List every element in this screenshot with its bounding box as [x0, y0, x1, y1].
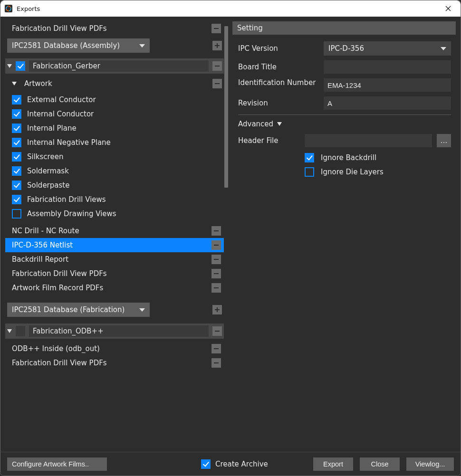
collapse-button[interactable]	[211, 24, 221, 33]
section-fab-drill-view-pdfs-top[interactable]: Fabrication Drill View PDFs	[5, 21, 224, 36]
configure-artwork-films-button[interactable]: Configure Artwork Films..	[7, 457, 107, 471]
artwork-item-label: Soldermask	[27, 167, 69, 175]
chevron-down-icon	[441, 47, 446, 50]
add-button[interactable]	[212, 305, 222, 314]
board-title-label: Board Title	[238, 63, 319, 71]
artwork-item-checkbox[interactable]	[12, 166, 21, 176]
sub-section-row[interactable]: Fabrication Drill View PDFs	[5, 356, 224, 370]
sub-section-label: IPC-D-356 Netlist	[12, 241, 207, 249]
ignore-backdrill-checkbox[interactable]	[305, 153, 314, 162]
artwork-item-label: Solderpaste	[27, 181, 69, 190]
collapse-button[interactable]	[212, 79, 222, 88]
odb-sub-sections: ODB++ Inside (odb_out)Fabrication Drill …	[5, 342, 224, 370]
scrollbar-thumb[interactable]	[224, 26, 228, 188]
artwork-checkbox-list: External ConductorInternal ConductorInte…	[5, 93, 224, 221]
group-gerber-name[interactable]: Fabrication_Gerber	[29, 60, 209, 72]
artwork-item[interactable]: Assembly Drawing Views	[5, 207, 224, 221]
advanced-section-toggle[interactable]: Advanced	[238, 120, 451, 128]
sub-section-row[interactable]: Artwork Film Record PDFs	[5, 281, 224, 295]
artwork-item-checkbox[interactable]	[12, 95, 21, 105]
export-button[interactable]: Export	[313, 457, 353, 471]
artwork-item-checkbox[interactable]	[12, 209, 21, 219]
sub-section-row[interactable]: IPC-D-356 Netlist	[5, 238, 224, 252]
artwork-item-checkbox[interactable]	[12, 152, 21, 162]
footer-bar: Configure Artwork Films.. Create Archive…	[0, 452, 461, 476]
artwork-item[interactable]: External Conductor	[5, 93, 224, 107]
browse-header-file-button[interactable]: ...	[437, 134, 451, 147]
revision-input[interactable]	[324, 96, 451, 110]
artwork-item-label: Assembly Drawing Views	[27, 209, 116, 218]
group-gerber-enable-checkbox[interactable]	[16, 61, 25, 71]
settings-header: Setting	[232, 21, 456, 35]
sub-section-row[interactable]: Fabrication Drill View PDFs	[5, 267, 224, 281]
scrollbar[interactable]	[224, 21, 229, 449]
chevron-down-icon	[277, 122, 282, 126]
artwork-item-label: External Conductor	[27, 95, 96, 104]
artwork-item[interactable]: Internal Plane	[5, 121, 224, 135]
expand-icon	[7, 329, 12, 333]
remove-group-button[interactable]	[212, 61, 222, 71]
artwork-item[interactable]: Silkscreen	[5, 150, 224, 164]
artwork-item-checkbox[interactable]	[12, 109, 21, 119]
identification-number-input[interactable]	[324, 78, 451, 92]
create-archive-checkbox[interactable]	[201, 459, 211, 469]
chevron-down-icon	[139, 44, 145, 48]
artwork-item-checkbox[interactable]	[12, 124, 21, 133]
header-file-input[interactable]	[305, 134, 432, 147]
fabrication-database-dropdown[interactable]: IPC2581 Database (Fabrication)	[7, 303, 150, 317]
artwork-section-header[interactable]: Artwork	[5, 77, 224, 90]
close-button[interactable]: Close	[360, 457, 400, 471]
divider	[238, 114, 451, 115]
ignore-die-layers-checkbox[interactable]	[305, 167, 314, 177]
create-archive-option[interactable]: Create Archive	[201, 459, 268, 469]
chevron-down-icon	[139, 308, 145, 312]
sub-section-row[interactable]: NC Drill - NC Route	[5, 224, 224, 238]
remove-group-button[interactable]	[212, 326, 222, 336]
artwork-item[interactable]: Fabrication Drill Views	[5, 192, 224, 207]
revision-label: Revision	[238, 99, 319, 107]
titlebar: Exports	[0, 0, 461, 17]
group-fabrication-gerber-header[interactable]: Fabrication_Gerber	[5, 58, 224, 74]
viewlog-button[interactable]: Viewlog...	[406, 457, 454, 471]
group-fabrication-odb-header[interactable]: Fabrication_ODB++	[5, 324, 224, 339]
artwork-item-checkbox[interactable]	[12, 181, 21, 190]
artwork-item[interactable]: Internal Negative Plane	[5, 135, 224, 150]
board-title-input[interactable]	[324, 60, 451, 74]
add-button[interactable]	[212, 41, 222, 50]
artwork-item-label: Fabrication Drill Views	[27, 195, 106, 204]
ipc-version-label: IPC Version	[238, 44, 319, 53]
ignore-backdrill-label: Ignore Backdrill	[321, 153, 376, 162]
artwork-item[interactable]: Internal Conductor	[5, 107, 224, 121]
collapse-button[interactable]	[211, 283, 221, 293]
collapse-button[interactable]	[211, 255, 221, 264]
collapse-button[interactable]	[211, 344, 221, 353]
sub-section-row[interactable]: ODB++ Inside (odb_out)	[5, 342, 224, 356]
gerber-sub-sections: NC Drill - NC RouteIPC-D-356 NetlistBack…	[5, 224, 224, 295]
collapse-button[interactable]	[211, 226, 221, 236]
sub-section-row[interactable]: Backdrill Report	[5, 252, 224, 267]
artwork-item-checkbox[interactable]	[12, 195, 21, 204]
app-icon	[4, 4, 13, 13]
artwork-item[interactable]: Soldermask	[5, 164, 224, 178]
collapse-button[interactable]	[211, 358, 221, 368]
collapse-button[interactable]	[211, 240, 221, 250]
ipc-version-dropdown[interactable]: IPC-D-356	[324, 41, 451, 56]
group-odb-name[interactable]: Fabrication_ODB++	[29, 325, 209, 337]
artwork-item-label: Silkscreen	[27, 152, 63, 161]
window-title: Exports	[17, 5, 438, 12]
window-close-button[interactable]	[438, 0, 459, 17]
assembly-database-dropdown[interactable]: IPC2581 Database (Assembly)	[7, 38, 150, 53]
artwork-item-checkbox[interactable]	[12, 138, 21, 147]
expand-icon	[7, 64, 12, 68]
settings-panel: Setting IPC Version IPC-D-356 Board Titl…	[232, 21, 456, 449]
export-tree-scroll[interactable]: Fabrication Drill View PDFs IPC2581 Data…	[5, 21, 224, 449]
collapse-button[interactable]	[211, 269, 221, 278]
artwork-item[interactable]: Solderpaste	[5, 178, 224, 192]
sub-section-label: Fabrication Drill View PDFs	[12, 359, 207, 367]
exports-window: Exports Fabrication Drill View PDFs IPC2	[0, 0, 461, 476]
export-tree-panel: Fabrication Drill View PDFs IPC2581 Data…	[5, 21, 229, 449]
sub-section-label: Fabrication Drill View PDFs	[12, 269, 207, 278]
group-odb-enable-checkbox[interactable]	[16, 326, 25, 336]
artwork-item-label: Internal Plane	[27, 124, 77, 133]
create-archive-label: Create Archive	[215, 460, 268, 468]
